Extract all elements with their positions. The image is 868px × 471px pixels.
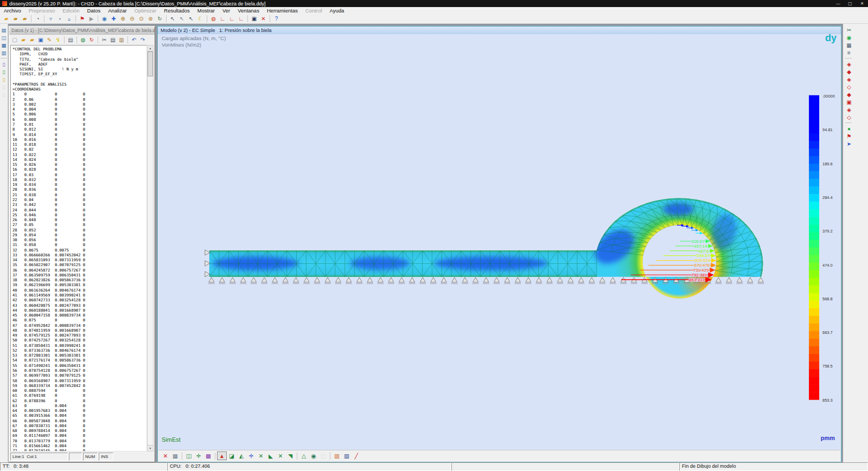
contour-edit-icon[interactable]: ◪ [227, 451, 237, 460]
print-doc-icon[interactable]: ▤ [66, 36, 75, 44]
run-analysis-icon[interactable]: ⚑ [78, 15, 87, 23]
modelo-titlebar[interactable]: Modelo (v 2) - EC Simple 1: Presión sobr… [158, 27, 841, 34]
patch-colors-icon[interactable]: ▩ [203, 451, 213, 460]
minimize-icon[interactable]: — [832, 0, 844, 7]
edit-doc-icon[interactable]: ✎ [45, 36, 54, 44]
history-icon[interactable]: ◔ [33, 15, 42, 23]
tile-cascade-icon[interactable]: ▦ [1, 41, 8, 49]
legend-b-icon[interactable]: ▥ [342, 451, 352, 460]
paste-icon[interactable]: ▥ [117, 36, 126, 44]
model-canvas[interactable]: 426.67457.14487.6548.57609.524670.476731… [158, 34, 840, 450]
line-list-icon[interactable]: ≡ [845, 49, 853, 56]
model-cube-icon[interactable]: ▣ [250, 15, 259, 23]
zoom-in-icon[interactable]: ⊕ [118, 15, 127, 23]
view-orbit-icon[interactable]: ◍ [209, 15, 218, 23]
menu-herramientas[interactable]: Herramientas [263, 7, 302, 14]
menu-analizar[interactable]: Analizar [104, 7, 130, 14]
reload-doc-icon[interactable]: ↻ [87, 36, 96, 44]
doc-results-icon[interactable]: ▯ [1, 75, 8, 83]
undo-icon[interactable]: ↶ [130, 36, 138, 44]
node-select-7-icon[interactable]: ◈ [845, 106, 853, 113]
legend-a-icon[interactable]: ▥ [332, 451, 342, 460]
mesh-view-icon[interactable]: ◫ [184, 451, 194, 460]
node-select-1-icon[interactable]: ◈ [845, 60, 853, 68]
menu-ventanas[interactable]: Ventanas [234, 7, 263, 14]
menu-ayuda[interactable]: Ayuda [326, 7, 348, 14]
new-doc-icon[interactable]: ▢ [10, 36, 19, 44]
close-model-icon[interactable]: ✕ [259, 15, 268, 23]
scrollbar-thumb[interactable] [148, 51, 153, 76]
new-folder-icon[interactable]: ▰ [2, 15, 11, 23]
node-select-2-icon[interactable]: ◆ [845, 68, 853, 75]
query-node-icon[interactable]: ✛ [194, 451, 203, 460]
open-file-icon[interactable]: ▰ [11, 15, 20, 23]
check-syntax-icon[interactable]: ◍ [79, 36, 87, 44]
node-select-4-icon[interactable]: ◇ [845, 83, 853, 91]
mesh-grid-icon[interactable]: ▦ [845, 41, 853, 49]
select-cursor-icon[interactable]: ↖ [168, 15, 177, 23]
view-yz-icon[interactable]: ∟ [237, 15, 246, 23]
tile-split-icon[interactable]: ▥ [1, 49, 8, 56]
contour-map-icon[interactable]: ◉ [845, 34, 853, 41]
tile-vertical-icon[interactable]: ◫ [1, 34, 8, 41]
render-globe-icon[interactable]: ◉ [309, 451, 318, 460]
view-xz-icon[interactable]: ∟ [227, 15, 237, 23]
pick-night-icon[interactable]: ☾ [196, 15, 205, 23]
save-doc-icon[interactable]: ▣ [36, 36, 45, 44]
copy-icon[interactable]: ▤ [108, 36, 117, 44]
close-icon[interactable]: ✕ [856, 0, 868, 7]
menu-ver[interactable]: Ver [219, 7, 234, 14]
contour-solid-icon[interactable]: ▲ [217, 451, 227, 460]
cut-icon[interactable]: ✂ [100, 36, 108, 44]
import-doc-icon[interactable]: ▰ [28, 36, 36, 44]
select-multi-icon[interactable]: ↖ [177, 15, 187, 23]
maximize-icon[interactable]: ▢ [844, 0, 856, 7]
clip-x1-icon[interactable]: ✕ [256, 451, 266, 460]
refresh-view-icon[interactable]: ↻ [155, 15, 164, 23]
view-xy-icon[interactable]: ∟ [218, 15, 227, 23]
redraw-icon[interactable]: ◉ [100, 15, 109, 23]
node-select-5-icon[interactable]: ◆ [845, 91, 853, 98]
zoom-out-icon[interactable]: ⊖ [127, 15, 137, 23]
section-cut-icon[interactable]: ✂ [845, 26, 853, 34]
menu-resultados[interactable]: Resultados [160, 7, 194, 14]
continue-run-icon[interactable]: ▶ [87, 15, 96, 23]
node-select-8-icon[interactable]: ◇ [845, 113, 853, 121]
doc-model-icon[interactable]: ▯ [1, 68, 8, 75]
window-titlebar[interactable]: disseny2025 (v 25.20 P. Martí): - CH2D -… [0, 0, 868, 7]
doc-data-icon[interactable]: ▯ [1, 60, 8, 68]
zoom-window-icon[interactable]: ⊙ [137, 15, 146, 23]
draw-line-icon[interactable]: ╱ [352, 451, 361, 460]
menu-mostrar[interactable]: Mostrar [194, 7, 219, 14]
zoom-extents-icon[interactable]: ⊚ [146, 15, 155, 23]
redo-icon[interactable]: ↷ [138, 36, 147, 44]
isosurface-icon[interactable]: △ [299, 451, 309, 460]
datos-scrollbar[interactable]: ▲ ▼ [147, 45, 154, 451]
help-icon[interactable]: ? [272, 15, 281, 23]
pan-icon[interactable]: ✚ [109, 15, 118, 23]
clip-tri1-icon[interactable]: ◣ [266, 451, 276, 460]
check-run-icon[interactable]: ↯ [54, 36, 62, 44]
open-doc-icon[interactable]: ▰ [19, 36, 28, 44]
scroll-up-icon[interactable]: ▲ [148, 46, 153, 51]
node-select-3-icon[interactable]: ◈ [845, 75, 853, 83]
clip-tri2-icon[interactable]: ◥ [285, 451, 295, 460]
open-recent-icon[interactable]: ▰ [20, 15, 29, 23]
material-sphere-icon[interactable]: ● [845, 125, 853, 132]
menu-archivo[interactable]: Archivo [0, 7, 25, 14]
node-select-6-icon[interactable]: ▣ [845, 98, 853, 106]
expand-icon[interactable]: ▵ [65, 15, 74, 23]
datos-text[interactable]: *CONTROL DEL PROBLEMA IDPR, CH2D TITU, "… [11, 46, 146, 451]
pick-entity-icon[interactable]: ↖ [187, 15, 196, 23]
close-view-icon[interactable]: ✕ [161, 451, 170, 460]
clip-x2-icon[interactable]: ✕ [276, 451, 285, 460]
stop-icon[interactable]: ▪ [55, 15, 65, 23]
collapse-icon[interactable]: ▿ [46, 15, 55, 23]
tile-horizontal-icon[interactable]: ▤ [1, 26, 8, 34]
results-table-icon[interactable]: ▦ [170, 451, 180, 460]
datos-editor[interactable]: *CONTROL DEL PROBLEMA IDPR, CH2D TITU, "… [10, 45, 147, 451]
deformed-axes-icon[interactable]: ✛ [246, 451, 256, 460]
mesh-quality-icon[interactable]: ◭ [237, 451, 246, 460]
datos-titlebar[interactable]: Datos (v 1) - [C:\Disseny\Datos_PMM\Anál… [9, 27, 155, 35]
flag-marker-icon[interactable]: ⚑ [845, 132, 853, 140]
